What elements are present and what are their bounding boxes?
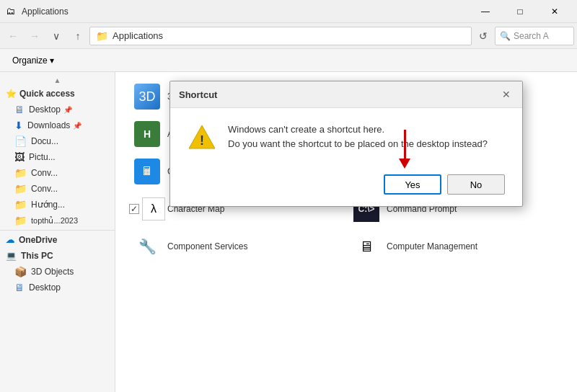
forward-button[interactable]: → (25, 26, 45, 46)
close-button[interactable]: ✕ (538, 0, 571, 23)
arrow-line (404, 130, 406, 159)
onedrive-label: OneDrive (19, 235, 57, 245)
refresh-button[interactable]: ↺ (473, 26, 493, 46)
folder-icon-huong: 📁 (14, 199, 27, 210)
warning-icon: ! (188, 122, 216, 151)
minimize-button[interactable]: — (469, 0, 502, 23)
desktop2-icon: 🖥 (14, 282, 25, 293)
sidebar-item-3dobjects[interactable]: 📦 3D Objects (0, 264, 115, 280)
dialog-title: Shortcut (179, 89, 217, 100)
folder-icon-conv1: 📁 (14, 167, 27, 179)
documents-icon: 📄 (14, 135, 27, 147)
search-box[interactable]: 🔍 Search A (495, 27, 574, 45)
thispc-header[interactable]: 💻 This PC (0, 248, 115, 264)
title-bar-controls: — □ ✕ (469, 0, 571, 23)
dialog-title-bar: Shortcut ✕ (170, 81, 522, 108)
sidebar-item-desktop-label: Desktop (29, 104, 61, 115)
back-button[interactable]: ← (3, 26, 23, 46)
sidebar-item-desktop2[interactable]: 🖥 Desktop (0, 280, 115, 295)
address-folder-icon: 📁 (96, 30, 108, 42)
sidebar-item-desktop2-label: Desktop (29, 282, 61, 293)
toolbar: ← → ∨ ↑ 📁 Applications ↺ 🔍 Search A (0, 23, 577, 49)
sidebar-item-huong[interactable]: 📁 Hướng... (0, 197, 115, 213)
dialog-overlay: Shortcut ✕ ! Windows can't create a shor… (115, 72, 577, 392)
sidebar-item-3dobjects-label: 3D Objects (31, 267, 74, 277)
sidebar-item-topthu[interactable]: 📁 topthủ...2023 (0, 213, 115, 228)
folder-icon-topthu: 📁 (14, 215, 27, 226)
organize-button[interactable]: Organize ▾ (6, 50, 61, 71)
dialog-close-button[interactable]: ✕ (499, 87, 514, 102)
scroll-up-indicator: ▲ (0, 75, 115, 86)
recent-button[interactable]: ∨ (46, 26, 66, 46)
sidebar-item-documents-label: Docu... (31, 136, 58, 146)
dialog-message-line2: Do you want the shortcut to be placed on… (228, 137, 488, 151)
address-text: Applications (113, 30, 163, 41)
no-button[interactable]: No (447, 174, 505, 195)
folder-icon-conv2: 📁 (14, 183, 27, 195)
sidebar-item-conv1[interactable]: 📁 Conv... (0, 165, 115, 181)
svg-text:!: ! (200, 133, 204, 148)
thispc-icon: 💻 (6, 251, 17, 261)
sidebar-item-pictures-label: Pictu... (29, 152, 56, 162)
address-bar[interactable]: 📁 Applications (89, 27, 472, 45)
up-button[interactable]: ↑ (68, 26, 88, 46)
yes-button[interactable]: Yes (384, 174, 441, 195)
sidebar-item-conv2-label: Conv... (31, 184, 58, 194)
quick-access-icon: ⭐ (6, 89, 17, 99)
sidebar-item-huong-label: Hướng... (31, 200, 65, 210)
scroll-up-arrow: ▲ (54, 76, 61, 84)
pictures-icon: 🖼 (14, 151, 25, 163)
sidebar-item-conv2[interactable]: 📁 Conv... (0, 181, 115, 197)
title-bar-text: Applications (22, 6, 69, 17)
command-bar: Organize ▾ (0, 49, 577, 72)
search-text: Search A (514, 31, 549, 41)
arrow-head (399, 159, 410, 169)
desktop-icon: 🖥 (14, 104, 25, 115)
onedrive-header[interactable]: ☁ OneDrive (0, 232, 115, 248)
search-icon: 🔍 (500, 31, 511, 41)
sidebar-divider-1 (0, 230, 115, 231)
downloads-icon: ⬇ (14, 120, 23, 131)
title-bar-icon: 🗂 (6, 6, 17, 17)
sidebar-item-downloads-label: Downloads (27, 120, 70, 130)
dialog-message-line1: Windows can't create a shortcut here. (228, 122, 488, 137)
sidebar-item-documents[interactable]: 📄 Docu... (0, 133, 115, 149)
sidebar: ▲ ⭐ Quick access 🖥 Desktop 📌 ⬇ Downloads… (0, 72, 115, 392)
shortcut-dialog: Shortcut ✕ ! Windows can't create a shor… (169, 81, 523, 207)
quick-access-label: Quick access (19, 89, 75, 99)
dialog-footer: Yes No (170, 166, 522, 206)
red-arrow (399, 130, 410, 169)
pin-icon-desktop: 📌 (63, 106, 72, 114)
quick-access-header[interactable]: ⭐ Quick access (0, 86, 115, 102)
onedrive-icon: ☁ (6, 235, 14, 245)
dialog-message-area: Windows can't create a shortcut here. Do… (228, 122, 488, 151)
sidebar-item-desktop[interactable]: 🖥 Desktop 📌 (0, 102, 115, 117)
sidebar-item-pictures[interactable]: 🖼 Pictu... (0, 149, 115, 165)
warning-triangle-svg: ! (188, 122, 216, 151)
maximize-button[interactable]: □ (503, 0, 537, 23)
3dobjects-icon: 📦 (14, 266, 27, 277)
thispc-label: This PC (21, 251, 53, 261)
main-content: ▲ ⭐ Quick access 🖥 Desktop 📌 ⬇ Downloads… (0, 72, 577, 392)
sidebar-item-downloads[interactable]: ⬇ Downloads 📌 (0, 117, 115, 133)
pin-icon-downloads: 📌 (73, 122, 82, 130)
dialog-body: ! Windows can't create a shortcut here. … (170, 108, 522, 166)
sidebar-item-topthu-label: topthủ...2023 (31, 216, 78, 226)
title-bar: 🗂 Applications — □ ✕ (0, 0, 577, 23)
file-area: 3D 3D Viewer 🕐 Alarms & Clock H AutoHotk… (115, 72, 577, 392)
sidebar-item-conv1-label: Conv... (31, 168, 58, 178)
